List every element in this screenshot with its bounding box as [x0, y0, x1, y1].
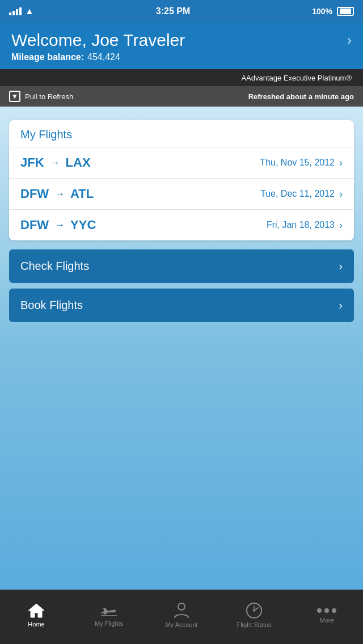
refresh-arrow-icon: ▼	[9, 91, 20, 102]
tab-more[interactable]: More	[290, 590, 363, 644]
svg-marker-0	[28, 604, 44, 617]
tab-flight-status[interactable]: Flight Status	[218, 590, 290, 644]
flight-chevron-icon-2: ›	[339, 188, 343, 200]
flight-arrow-icon-2: →	[54, 188, 65, 200]
battery-icon	[337, 7, 354, 16]
status-right: 100%	[312, 7, 354, 16]
svg-point-6	[253, 609, 255, 612]
flight-date-3: Fri, Jan 18, 2013	[267, 220, 335, 230]
my-account-icon	[174, 602, 189, 619]
mileage-value: 454,424	[87, 52, 120, 62]
my-flights-title: My Flights	[20, 128, 72, 141]
flight-arrow-icon-1: →	[50, 157, 60, 169]
flight-row[interactable]: DFW → ATL Tue, Dec 11, 2012 ›	[9, 178, 354, 209]
flight-row[interactable]: JFK → LAX Thu, Nov 15, 2012 ›	[9, 147, 354, 178]
signal-icon	[9, 7, 22, 15]
more-icon	[316, 607, 337, 615]
flights-card-header: My Flights	[9, 120, 354, 147]
book-flights-button[interactable]: Book Flights ›	[9, 289, 354, 322]
flight-date-row-3: Fri, Jan 18, 2013 ›	[267, 219, 343, 231]
status-badge-bar: AAdvantage Executive Platinum®	[0, 69, 363, 86]
pull-refresh-left: ▼ Pull to Refresh	[9, 91, 73, 102]
svg-point-2	[178, 603, 185, 610]
check-flights-label: Check Flights	[20, 260, 89, 273]
tab-more-label: More	[319, 617, 334, 624]
flight-from-1: JFK	[20, 155, 44, 170]
mileage-label: Mileage balance:	[11, 52, 84, 62]
main-content: My Flights JFK → LAX Thu, Nov 15, 2012 ›…	[0, 107, 363, 588]
tab-my-account-label: My Account	[166, 621, 198, 628]
battery-percent: 100%	[312, 7, 332, 16]
pull-refresh-label: Pull to Refresh	[25, 92, 73, 101]
flight-to-3: YYC	[70, 218, 96, 232]
flight-route-3: DFW → YYC	[20, 218, 96, 232]
tab-my-flights-label: My Flights	[95, 620, 123, 627]
status-badge: AAdvantage Executive Platinum®	[241, 74, 352, 82]
tab-flight-status-label: Flight Status	[237, 621, 271, 628]
check-flights-button[interactable]: Check Flights ›	[9, 249, 354, 283]
flight-status-icon	[246, 602, 263, 619]
flight-route-1: JFK → LAX	[20, 155, 91, 170]
status-time: 3:25 PM	[156, 6, 190, 16]
flight-date-row-2: Tue, Dec 11, 2012 ›	[260, 188, 343, 200]
status-left: ▲	[9, 6, 34, 16]
wifi-icon: ▲	[25, 6, 34, 16]
flight-chevron-icon-1: ›	[339, 157, 343, 169]
flight-chevron-icon-3: ›	[339, 219, 343, 231]
flight-arrow-icon-3: →	[54, 219, 65, 231]
mileage-row: Mileage balance: 454,424	[11, 52, 352, 62]
header-chevron-icon[interactable]: ›	[347, 32, 352, 48]
flight-from-2: DFW	[20, 187, 49, 201]
flight-date-2: Tue, Dec 11, 2012	[260, 189, 335, 199]
flight-date-1: Thu, Nov 15, 2012	[260, 158, 335, 168]
tab-home[interactable]: Home	[0, 590, 73, 644]
flight-route-2: DFW → ATL	[20, 187, 94, 201]
flight-to-1: LAX	[66, 155, 91, 170]
header: Welcome, Joe Traveler › Mileage balance:…	[0, 23, 363, 69]
my-flights-card: My Flights JFK → LAX Thu, Nov 15, 2012 ›…	[9, 120, 354, 240]
tab-my-account[interactable]: My Account	[145, 590, 218, 644]
flight-from-3: DFW	[20, 218, 49, 232]
home-icon	[27, 603, 45, 618]
welcome-text: Welcome, Joe Traveler	[11, 31, 185, 50]
tab-my-flights[interactable]: My Flights	[73, 590, 145, 644]
pull-to-refresh[interactable]: ▼ Pull to Refresh Refreshed about a minu…	[0, 86, 363, 107]
refreshed-text: Refreshed about a minute ago	[248, 92, 354, 101]
book-flights-label: Book Flights	[20, 299, 83, 312]
header-top[interactable]: Welcome, Joe Traveler ›	[11, 31, 352, 50]
flight-date-row-1: Thu, Nov 15, 2012 ›	[260, 157, 343, 169]
tab-bar: Home My Flights My Account	[0, 590, 363, 644]
status-bar: ▲ 3:25 PM 100%	[0, 0, 363, 23]
flight-row[interactable]: DFW → YYC Fri, Jan 18, 2013 ›	[9, 209, 354, 240]
tab-home-label: Home	[28, 621, 44, 628]
book-flights-chevron-icon: ›	[339, 299, 343, 312]
my-flights-icon	[99, 603, 119, 618]
check-flights-chevron-icon: ›	[339, 260, 343, 273]
flight-to-2: ATL	[70, 187, 94, 201]
